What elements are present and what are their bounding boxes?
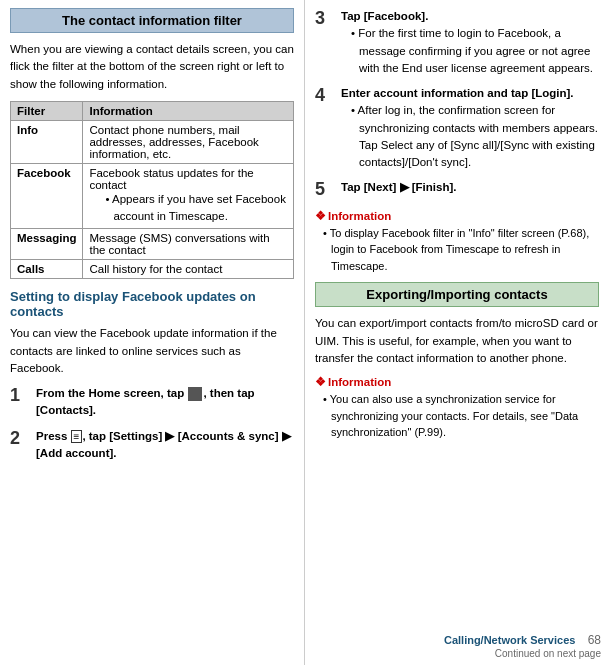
step-1-number: 1: [10, 385, 32, 407]
step-4-content: Enter account information and tap [Login…: [341, 85, 599, 171]
footer-calling-network: Calling/Network Services: [444, 634, 575, 646]
step-2-number: 2: [10, 428, 32, 450]
step-3-content: Tap [Facebook]. For the first time to lo…: [341, 8, 599, 77]
step-5: 5 Tap [Next] ▶ [Finish].: [315, 179, 599, 201]
step-2-content: Press ≡, tap [Settings] ▶ [Accounts & sy…: [36, 428, 294, 463]
sub-section-body: You can view the Facebook update informa…: [10, 325, 294, 377]
step-2: 2 Press ≡, tap [Settings] ▶ [Accounts & …: [10, 428, 294, 463]
info-note-1-bullet: To display Facebook filter in "Info" fil…: [323, 225, 599, 275]
step-2-bold: Press ≡, tap [Settings] ▶ [Accounts & sy…: [36, 430, 291, 459]
info-note-1-body: To display Facebook filter in "Info" fil…: [315, 225, 599, 275]
step-4: 4 Enter account information and tap [Log…: [315, 85, 599, 171]
step-3-title: Tap [Facebook].: [341, 8, 599, 25]
table-col-filter: Filter: [11, 101, 83, 120]
step-4-title: Enter account information and tap [Login…: [341, 85, 599, 102]
filter-table: Filter Information Info Contact phone nu…: [10, 101, 294, 280]
step-3-number: 3: [315, 8, 337, 30]
page-footer: Calling/Network Services 68 Continued on…: [444, 633, 601, 659]
step-5-content: Tap [Next] ▶ [Finish].: [341, 179, 599, 196]
step-4-number: 4: [315, 85, 337, 107]
info-cell-info: Contact phone numbers, mail addresses, a…: [83, 120, 294, 163]
table-col-info: Information: [83, 101, 294, 120]
step-5-number: 5: [315, 179, 337, 201]
info-cell-facebook: Facebook status updates for the contact …: [83, 163, 294, 229]
table-row: Calls Call history for the contact: [11, 260, 294, 279]
footer-continued: Continued on next page: [495, 648, 601, 659]
step-1-content: From the Home screen, tap , then tap [Co…: [36, 385, 294, 420]
step-1: 1 From the Home screen, tap , then tap […: [10, 385, 294, 420]
info-note-2: Information You can also use a synchroni…: [315, 375, 599, 441]
sub-section-title: Setting to display Facebook updates on c…: [10, 289, 294, 319]
table-row: Info Contact phone numbers, mail address…: [11, 120, 294, 163]
filter-cell-info: Info: [11, 120, 83, 163]
step-4-bullet-1: After log in, the confirmation screen fo…: [349, 102, 599, 171]
step-5-title: Tap [Next] ▶ [Finish].: [341, 179, 599, 196]
filter-cell-calls: Calls: [11, 260, 83, 279]
left-section-header: The contact information filter: [10, 8, 294, 33]
info-cell-calls: Call history for the contact: [83, 260, 294, 279]
left-column: The contact information filter When you …: [0, 0, 305, 665]
info-note-2-body: You can also use a synchronization servi…: [315, 391, 599, 441]
info-note-1-title: Information: [315, 209, 599, 223]
right-column: 3 Tap [Facebook]. For the first time to …: [305, 0, 609, 665]
step-3: 3 Tap [Facebook]. For the first time to …: [315, 8, 599, 77]
info-note-2-title: Information: [315, 375, 599, 389]
step-3-bullet-1: For the first time to login to Facebook,…: [349, 25, 599, 77]
info-note-1: Information To display Facebook filter i…: [315, 209, 599, 275]
right-section-header: Exporting/Importing contacts: [315, 282, 599, 307]
info-cell-messaging: Message (SMS) conversations with the con…: [83, 229, 294, 260]
table-row: Facebook Facebook status updates for the…: [11, 163, 294, 229]
section-2-body: You can export/import contacts from/to m…: [315, 315, 599, 367]
step-1-bold: From the Home screen, tap , then tap [Co…: [36, 387, 255, 416]
info-note-2-bullet: You can also use a synchronization servi…: [323, 391, 599, 441]
filter-cell-messaging: Messaging: [11, 229, 83, 260]
facebook-sub-bullet: Appears if you have set Facebook account…: [97, 191, 287, 226]
table-row: Messaging Message (SMS) conversations wi…: [11, 229, 294, 260]
page-number: 68: [588, 633, 601, 647]
filter-cell-facebook: Facebook: [11, 163, 83, 229]
page-container: The contact information filter When you …: [0, 0, 609, 665]
intro-text: When you are viewing a contact details s…: [10, 41, 294, 93]
